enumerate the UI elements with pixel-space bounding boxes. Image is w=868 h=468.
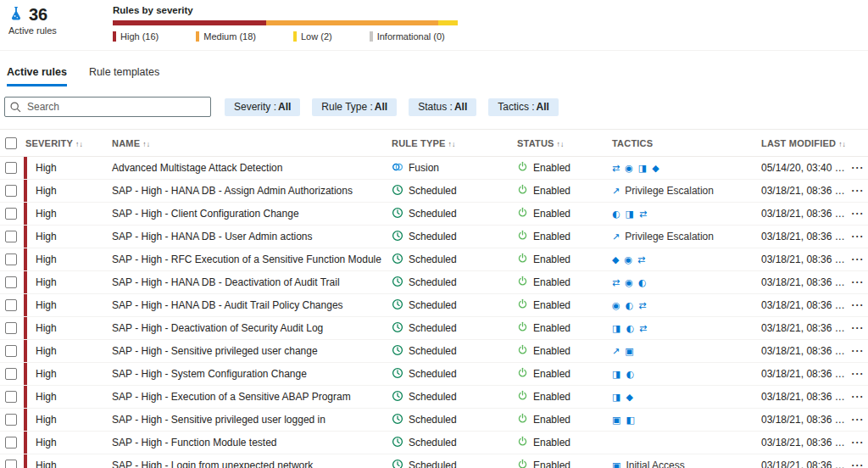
row-checkbox[interactable] xyxy=(5,368,17,380)
row-context-menu-button[interactable]: ··· xyxy=(848,437,868,448)
severity-label: High xyxy=(36,231,57,242)
filter-tactics[interactable]: Tactics : All xyxy=(488,98,559,116)
row-checkbox[interactable] xyxy=(5,254,17,265)
tab-active-rules[interactable]: Active rules xyxy=(7,66,67,86)
rule-name[interactable]: SAP - High - Login from unexpected netwo… xyxy=(105,460,385,468)
filter-name: Tactics : xyxy=(498,101,534,113)
severity-bar-segment xyxy=(113,20,266,25)
rule-name[interactable]: SAP - High - Client Configuration Change xyxy=(105,208,385,220)
table-row[interactable]: HighSAP - High - Function Module testedS… xyxy=(0,432,868,454)
table-row[interactable]: HighSAP - High - Execution of a Sensitiv… xyxy=(0,386,868,409)
tactic-icon: ◆ xyxy=(612,254,619,265)
severity-label: High xyxy=(36,391,57,403)
row-context-menu-button[interactable]: ··· xyxy=(848,162,868,174)
last-modified: 03/18/21, 08:36 PM xyxy=(754,231,848,242)
severity-indicator xyxy=(24,454,27,468)
row-context-menu-button[interactable]: ··· xyxy=(848,414,868,426)
rule-name[interactable]: SAP - High - HANA DB - Assign Admin Auth… xyxy=(105,185,385,197)
rule-name[interactable]: SAP - High - Function Module tested xyxy=(105,437,385,448)
row-context-menu-button[interactable]: ··· xyxy=(848,231,868,242)
table-row[interactable]: HighSAP - High - HANA DB - User Admin ac… xyxy=(0,226,868,248)
row-checkbox[interactable] xyxy=(5,437,17,448)
row-context-menu-button[interactable]: ··· xyxy=(848,368,868,380)
last-modified: 03/18/21, 08:36 PM xyxy=(754,299,848,311)
filter-rule-type[interactable]: Rule Type : All xyxy=(312,98,397,116)
tactic-icon: ◐ xyxy=(626,323,634,334)
table-row[interactable]: HighSAP - High - System Configuration Ch… xyxy=(0,363,868,386)
row-context-menu-button[interactable]: ··· xyxy=(848,391,868,403)
column-header-last-modified[interactable]: LAST MODIFIED↑↓ xyxy=(754,138,848,148)
rule-name[interactable]: SAP - High - Sensitive privileged user c… xyxy=(105,345,385,357)
row-checkbox[interactable] xyxy=(5,460,17,468)
row-checkbox[interactable] xyxy=(5,345,17,357)
row-checkbox[interactable] xyxy=(5,162,17,174)
row-context-menu-button[interactable]: ··· xyxy=(848,208,868,220)
rule-name[interactable]: SAP - High - HANA DB - User Admin action… xyxy=(105,231,385,242)
rule-name[interactable]: SAP - High - HANA DB - Deactivation of A… xyxy=(105,276,385,288)
scheduled-icon xyxy=(392,207,403,221)
rule-name[interactable]: SAP - High - Deactivation of Security Au… xyxy=(105,322,385,334)
row-checkbox[interactable] xyxy=(5,185,17,197)
row-context-menu-button[interactable]: ··· xyxy=(848,185,868,197)
table-row[interactable]: HighSAP - High - Login from unexpected n… xyxy=(0,454,868,468)
row-context-menu-button[interactable]: ··· xyxy=(848,299,868,311)
tactic-icon: ↗ xyxy=(612,346,620,357)
rules-by-severity-chart: Rules by severity High (16)Medium (18)Lo… xyxy=(113,5,868,50)
table-row[interactable]: HighSAP - High - Sensitive privileged us… xyxy=(0,340,868,363)
table-row[interactable]: HighSAP - High - Sensitive privileged us… xyxy=(0,409,868,432)
rule-name[interactable]: SAP - High - HANA DB - Audit Trail Polic… xyxy=(105,299,385,311)
rule-name[interactable]: SAP - High - Sensitive privileged user l… xyxy=(105,414,385,426)
row-context-menu-button[interactable]: ··· xyxy=(848,254,868,265)
rule-type-label: Scheduled xyxy=(409,276,457,288)
table-row[interactable]: HighSAP - High - RFC Execution of a Sens… xyxy=(0,248,868,271)
row-checkbox[interactable] xyxy=(5,391,17,403)
filter-value: All xyxy=(454,101,467,113)
table-row[interactable]: HighSAP - High - HANA DB - Assign Admin … xyxy=(0,180,868,203)
severity-indicator xyxy=(24,363,27,385)
scheduled-icon xyxy=(392,413,403,427)
row-checkbox[interactable] xyxy=(5,208,17,220)
row-context-menu-button[interactable]: ··· xyxy=(848,322,868,334)
row-checkbox[interactable] xyxy=(5,231,17,242)
table-row[interactable]: HighSAP - High - HANA DB - Audit Trail P… xyxy=(0,294,868,317)
table-row[interactable]: HighAdvanced Multistage Attack Detection… xyxy=(0,157,868,180)
search-icon xyxy=(9,101,22,114)
table-row[interactable]: HighSAP - High - Deactivation of Securit… xyxy=(0,317,868,340)
column-header-name[interactable]: NAME↑↓ xyxy=(105,138,385,148)
scheduled-icon xyxy=(392,184,403,198)
tab-rule-templates[interactable]: Rule templates xyxy=(89,66,159,86)
row-context-menu-button[interactable]: ··· xyxy=(848,345,868,357)
severity-label: High xyxy=(36,460,57,468)
filter-name: Status : xyxy=(418,101,453,113)
status-label: Enabled xyxy=(533,414,570,426)
row-context-menu-button[interactable]: ··· xyxy=(848,460,868,468)
filter-severity[interactable]: Severity : All xyxy=(225,98,300,116)
row-checkbox[interactable] xyxy=(5,299,17,311)
row-context-menu-button[interactable]: ··· xyxy=(848,276,868,288)
column-header-rule-type[interactable]: RULE TYPE↑↓ xyxy=(385,138,510,148)
status-label: Enabled xyxy=(533,254,570,265)
table-row[interactable]: HighSAP - High - Client Configuration Ch… xyxy=(0,203,868,226)
rule-name[interactable]: SAP - High - Execution of a Sensitive AB… xyxy=(105,391,385,403)
status-label: Enabled xyxy=(533,185,570,197)
filter-status[interactable]: Status : All xyxy=(409,98,476,116)
column-label: STATUS xyxy=(517,138,554,148)
tactic-icon: ◨ xyxy=(612,392,620,403)
table-row[interactable]: HighSAP - High - HANA DB - Deactivation … xyxy=(0,271,868,294)
column-header-status[interactable]: STATUS↑↓ xyxy=(510,138,605,148)
status-label: Enabled xyxy=(533,276,570,288)
column-header-tactics[interactable]: TACTICS xyxy=(605,138,754,148)
row-checkbox[interactable] xyxy=(5,276,17,288)
rule-name[interactable]: Advanced Multistage Attack Detection xyxy=(105,162,385,174)
column-label: RULE TYPE xyxy=(392,138,446,148)
tactic-icon: ◆ xyxy=(626,392,632,403)
select-all-checkbox[interactable] xyxy=(5,137,17,149)
scheduled-icon xyxy=(392,276,403,290)
row-checkbox[interactable] xyxy=(5,414,17,426)
column-header-severity[interactable]: SEVERITY↑↓ xyxy=(24,138,105,148)
search-input[interactable] xyxy=(4,97,211,117)
rule-name[interactable]: SAP - High - RFC Execution of a Sensitiv… xyxy=(105,254,385,265)
severity-label: High xyxy=(36,185,57,197)
row-checkbox[interactable] xyxy=(5,322,17,334)
rule-name[interactable]: SAP - High - System Configuration Change xyxy=(105,368,385,380)
